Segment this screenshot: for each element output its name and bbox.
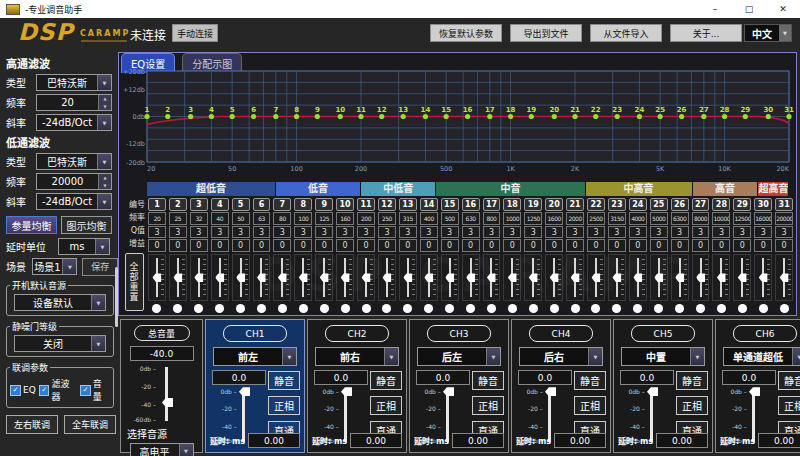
phase-button[interactable]: 正相 (472, 396, 504, 415)
slider-thumb[interactable] (424, 273, 433, 282)
band-frequency-value[interactable]: 80 (273, 212, 291, 225)
channel-source-select[interactable]: 前右▼ (315, 347, 399, 366)
band-q-value[interactable]: 3 (629, 226, 647, 239)
mute-button[interactable]: 静音 (370, 371, 402, 390)
band-number-button[interactable]: 17 (483, 198, 501, 211)
eq-response-chart[interactable]: +20db+12db0db-12db-20db20501002005001K2K… (121, 68, 796, 180)
master-volume-value[interactable]: -40.0 (130, 346, 194, 361)
band-q-value[interactable]: 3 (524, 226, 542, 239)
band-gain-value[interactable]: 0 (483, 239, 501, 252)
band-gain-slider[interactable] (462, 254, 480, 301)
mute-button[interactable]: 静音 (778, 371, 800, 390)
phase-button[interactable]: 正相 (370, 396, 402, 415)
slider-thumb[interactable] (545, 387, 556, 396)
band-gain-slider[interactable] (273, 254, 291, 301)
band-frequency-value[interactable]: 800 (483, 212, 501, 225)
band-reset-button[interactable] (675, 304, 684, 313)
channel-strip-ch4[interactable]: CH4后右▼0.00db-20-40-60db静音正相直通延时: ms0.00 (511, 319, 611, 453)
band-q-value[interactable]: 3 (545, 226, 563, 239)
band-number-button[interactable]: 18 (503, 198, 521, 211)
slider-thumb[interactable] (445, 273, 454, 282)
band-reset-button[interactable] (696, 304, 705, 313)
slider-thumb[interactable] (173, 273, 182, 282)
channel-name-button[interactable]: CH4 (529, 325, 593, 342)
band-gain-value[interactable]: 0 (733, 239, 751, 252)
band-q-value[interactable]: 3 (420, 226, 438, 239)
car-link-button[interactable]: 全车联调 (64, 415, 116, 434)
band-gain-value[interactable]: 0 (441, 239, 459, 252)
slider-thumb[interactable] (647, 387, 658, 396)
band-frequency-value[interactable]: 2000 (566, 212, 584, 225)
band-frequency-value[interactable]: 400 (420, 212, 438, 225)
band-q-value[interactable]: 3 (399, 226, 417, 239)
band-reset-button[interactable] (152, 304, 161, 313)
band-frequency-value[interactable]: 20 (148, 212, 166, 225)
band-reset-button[interactable] (320, 304, 329, 313)
slider-thumb[interactable] (152, 273, 161, 282)
channel-gain-value[interactable]: 0.0 (518, 370, 572, 385)
slider-thumb[interactable] (257, 273, 266, 282)
band-frequency-value[interactable]: 4000 (629, 212, 647, 225)
mute-button[interactable]: 静音 (268, 371, 300, 390)
slider-thumb[interactable] (696, 273, 705, 282)
slider-thumb[interactable] (194, 273, 203, 282)
band-gain-slider[interactable] (378, 254, 396, 301)
band-frequency-value[interactable]: 8000 (692, 212, 710, 225)
slider-thumb[interactable] (362, 273, 371, 282)
slider-thumb[interactable] (780, 273, 789, 282)
band-gain-value[interactable]: 0 (294, 239, 312, 252)
band-frequency-value[interactable]: 6300 (671, 212, 689, 225)
band-reset-button[interactable] (571, 304, 580, 313)
band-number-button[interactable]: 9 (315, 198, 333, 211)
band-frequency-value[interactable]: 10000 (712, 212, 730, 225)
delay-value[interactable]: 0.00 (758, 433, 800, 448)
band-gain-slider[interactable] (566, 254, 584, 301)
hpf-freq-input[interactable]: 20 ▲▼ (36, 94, 112, 111)
hpf-slope-select[interactable]: -24dB/Oct ▼ (36, 114, 112, 131)
band-q-value[interactable]: 3 (733, 226, 751, 239)
band-frequency-value[interactable]: 200 (357, 212, 375, 225)
band-q-value[interactable]: 3 (211, 226, 229, 239)
channel-name-button[interactable]: CH1 (223, 325, 287, 342)
master-volume-button[interactable]: 总音量 (134, 325, 190, 341)
channel-name-button[interactable]: CH2 (325, 325, 389, 342)
band-q-value[interactable]: 3 (608, 226, 626, 239)
band-gain-slider[interactable] (503, 254, 521, 301)
band-number-button[interactable]: 12 (378, 198, 396, 211)
band-number-button[interactable]: 2 (169, 198, 187, 211)
band-gain-slider[interactable] (587, 254, 605, 301)
band-reset-button[interactable] (278, 304, 287, 313)
band-q-value[interactable]: 3 (378, 226, 396, 239)
band-number-button[interactable]: 10 (336, 198, 354, 211)
slider-thumb[interactable] (466, 273, 475, 282)
band-gain-value[interactable]: 0 (671, 239, 689, 252)
squelch-select[interactable]: 关闭 ▼ (14, 335, 106, 352)
channel-strip-ch5[interactable]: CH5中置▼0.00db-20-40-60db静音正相直通延时: ms0.00 (613, 319, 713, 453)
band-number-button[interactable]: 21 (566, 198, 584, 211)
phase-button[interactable]: 正相 (778, 396, 800, 415)
band-q-value[interactable]: 3 (169, 226, 187, 239)
band-frequency-value[interactable]: 630 (462, 212, 480, 225)
band-gain-slider[interactable] (211, 254, 229, 301)
band-frequency-value[interactable]: 16000 (754, 212, 772, 225)
band-gain-slider[interactable] (692, 254, 710, 301)
band-gain-value[interactable]: 0 (566, 239, 584, 252)
channel-source-select[interactable]: 前左▼ (213, 347, 297, 366)
slider-thumb[interactable] (749, 387, 760, 396)
band-gain-value[interactable]: 0 (650, 239, 668, 252)
checkbox-checked-icon[interactable]: ✓ (80, 385, 91, 396)
band-reset-button[interactable] (445, 304, 454, 313)
delay-value[interactable]: 0.00 (554, 433, 606, 448)
band-gain-slider[interactable] (608, 254, 626, 301)
band-number-button[interactable]: 29 (733, 198, 751, 211)
band-reset-button[interactable] (633, 304, 642, 313)
band-reset-button[interactable] (654, 304, 663, 313)
band-frequency-value[interactable]: 63 (253, 212, 271, 225)
band-reset-button[interactable] (550, 304, 559, 313)
band-number-button[interactable]: 5 (232, 198, 250, 211)
band-gain-slider[interactable] (483, 254, 501, 301)
band-gain-value[interactable]: 0 (587, 239, 605, 252)
maximize-button[interactable]: □ (732, 0, 766, 18)
band-gain-value[interactable]: 0 (148, 239, 166, 252)
band-gain-value[interactable]: 0 (503, 239, 521, 252)
